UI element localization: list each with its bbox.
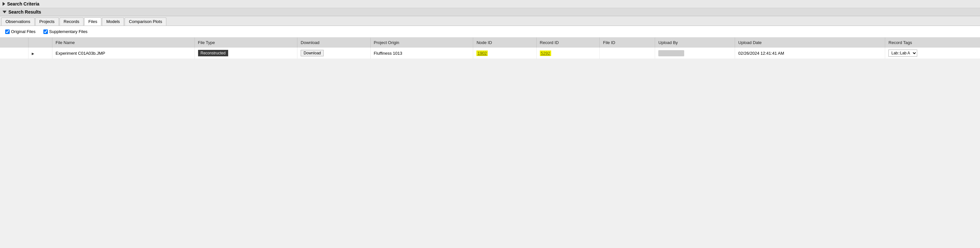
filters-bar: Original Files Supplementary Files <box>0 26 980 38</box>
search-criteria-expand-icon <box>3 2 5 6</box>
row-filename: Experiment C01A03b.JMP <box>56 51 105 56</box>
table-header-row: File Name File Type Download Project Ori… <box>0 38 980 48</box>
row-nodeid-cell[interactable]: 1902 <box>473 48 536 59</box>
search-results-title: Search Results <box>8 10 41 14</box>
row-checkbox-cell <box>0 48 29 59</box>
supplementary-files-checkbox[interactable] <box>43 29 48 34</box>
app-container: Search Criteria Search Results Observati… <box>0 0 980 248</box>
tab-models[interactable]: Models <box>102 17 124 25</box>
row-filename-cell: Experiment C01A03b.JMP <box>52 48 194 59</box>
col-header-uploaddate: Upload Date <box>735 38 885 48</box>
row-uploadby-blurred <box>658 50 684 56</box>
download-button[interactable]: Download <box>301 50 324 56</box>
table-row: ▶ Experiment C01A03b.JMP Reconstructed D… <box>0 48 980 59</box>
search-criteria-bar[interactable]: Search Criteria <box>0 0 980 8</box>
original-files-filter[interactable]: Original Files <box>5 29 36 34</box>
col-header-recordtags: Record Tags <box>885 38 980 48</box>
tab-observations[interactable]: Observations <box>1 17 35 25</box>
col-header-uploadby: Upload By <box>655 38 735 48</box>
col-header-download: Download <box>298 38 371 48</box>
row-fileid-cell <box>600 48 655 59</box>
tab-files[interactable]: Files <box>84 17 101 25</box>
row-filetype-cell: Reconstructed <box>194 48 298 59</box>
tab-projects[interactable]: Projects <box>35 17 59 25</box>
files-table: File Name File Type Download Project Ori… <box>0 38 980 59</box>
row-project: Fluffiness 1013 <box>374 51 402 56</box>
tabs-container: Observations Projects Records Files Mode… <box>0 16 980 26</box>
search-results-collapse-icon <box>3 11 6 13</box>
row-project-cell: Fluffiness 1013 <box>370 48 473 59</box>
col-header-checkbox <box>0 38 29 48</box>
supplementary-files-filter[interactable]: Supplementary Files <box>43 29 88 34</box>
row-uploaddate-cell: 02/26/2024 12:41:41 AM <box>735 48 885 59</box>
row-recordid-cell[interactable]: 5292 <box>536 48 600 59</box>
search-results-bar[interactable]: Search Results <box>0 8 980 16</box>
col-header-expand <box>29 38 52 48</box>
tab-comparison-plots[interactable]: Comparison Plots <box>125 17 166 25</box>
tab-records[interactable]: Records <box>60 17 83 25</box>
reconstructed-badge: Reconstructed <box>198 50 228 56</box>
col-header-nodeid: Node ID <box>473 38 536 48</box>
supplementary-files-label: Supplementary Files <box>49 29 88 34</box>
original-files-checkbox[interactable] <box>5 29 10 34</box>
search-criteria-title: Search Criteria <box>7 1 40 6</box>
original-files-label: Original Files <box>11 29 36 34</box>
row-expand-icon[interactable]: ▶ <box>32 52 34 56</box>
col-header-project: Project Origin <box>370 38 473 48</box>
row-recordtags-cell[interactable]: Lab::Lab A Lab::Lab B Lab::Lab C <box>885 48 980 59</box>
row-nodeid-link[interactable]: 1902 <box>476 51 488 56</box>
col-header-filetype: File Type <box>194 38 298 48</box>
files-table-container: File Name File Type Download Project Ori… <box>0 38 980 59</box>
col-header-fileid: File ID <box>600 38 655 48</box>
row-recordtags-select[interactable]: Lab::Lab A Lab::Lab B Lab::Lab C <box>888 49 917 57</box>
row-download-cell[interactable]: Download <box>298 48 371 59</box>
row-expand-cell[interactable]: ▶ <box>29 48 52 59</box>
row-uploadby-cell <box>655 48 735 59</box>
row-recordid-link[interactable]: 5292 <box>540 51 551 56</box>
col-header-recordid: Record ID <box>536 38 600 48</box>
col-header-filename: File Name <box>52 38 194 48</box>
row-uploaddate: 02/26/2024 12:41:41 AM <box>738 51 784 56</box>
